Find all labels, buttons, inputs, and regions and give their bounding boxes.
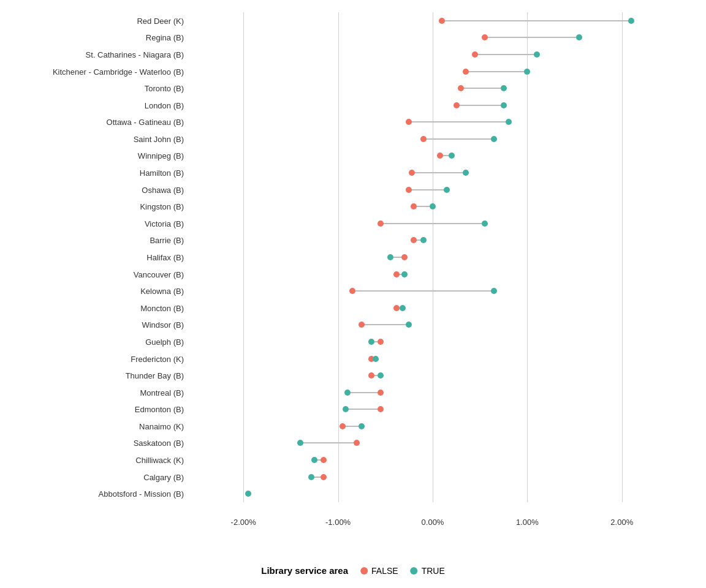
dot-true [628,18,634,24]
y-label: Edmonton (B) [135,405,184,414]
dot-true [463,170,469,176]
dot-row [196,240,669,241]
y-label: Moncton (B) [140,303,184,312]
chart-container: Red Deer (K)Regina (B)St. Catharines - N… [0,0,706,588]
dot-row [196,325,669,325]
dot-row [196,173,669,173]
y-label: Kelowna (B) [140,287,184,296]
legend-true: TRUE [411,566,445,576]
dot-false [393,271,400,277]
dot-row [196,308,669,309]
legend-false-label: FALSE [371,566,398,576]
dot-true [308,474,314,480]
y-label: London (B) [145,100,184,110]
dot-true [420,237,427,243]
y-label: Regina (B) [146,33,184,42]
y-label: Winnipeg (B) [138,151,184,160]
dot-true [482,221,488,227]
dot-true [524,69,530,75]
dot-false [439,18,445,24]
dot-true [373,356,379,362]
dot-false [454,102,460,108]
dot-row [196,494,669,494]
dot-row [196,443,669,443]
connector-line [300,442,357,443]
dot-row [196,291,669,292]
dot-true [491,136,497,142]
dot-row [196,274,669,275]
connector-line [409,121,508,123]
dot-row [196,72,669,72]
dot-row [196,190,669,190]
connector-line [475,54,536,55]
dot-false [482,34,488,40]
connector-line [352,290,495,292]
y-label: Kitchener - Cambridge - Waterloo (B) [53,67,184,76]
y-label: Kingston (B) [140,202,184,211]
y-label: Vancouver (B) [134,270,184,279]
connector-line [409,189,447,190]
y-label: Victoria (B) [145,219,184,228]
y-label: Saint John (B) [134,134,184,143]
connector-line [466,71,527,72]
connector-line [423,138,495,140]
connector-line [457,105,504,106]
connector-line [461,88,503,89]
dot-false [472,51,478,58]
y-label: Guelph (B) [145,337,184,346]
dot-false [411,237,417,243]
dot-false [359,322,365,328]
y-label: Nanaimo (K) [139,421,184,431]
dot-true [368,339,374,345]
dot-row [196,426,669,427]
dot-row [196,393,669,393]
dot-true [406,322,412,328]
dot-true [401,271,408,277]
dot-row [196,224,669,224]
dot-true [387,254,393,260]
x-axis-label: 0.00% [422,518,444,527]
dot-true [501,85,507,91]
dot-false [349,288,355,294]
dot-false [354,440,360,446]
dot-row [196,342,669,342]
dot-true [534,51,540,58]
dot-false [458,85,464,91]
dot-row [196,55,669,55]
dot-row [196,375,669,376]
dot-row [196,122,669,123]
legend-false-dot [360,567,368,575]
y-label: Toronto (B) [145,84,184,93]
dot-true [501,102,507,108]
dot-row [196,257,669,258]
dot-true [297,440,303,446]
y-label: Barrie (B) [150,236,184,245]
dot-false [378,339,384,345]
y-label: Calgary (B) [143,472,184,481]
connector-line [362,324,409,325]
dot-false [321,457,327,463]
dot-true [343,406,349,412]
x-axis-label: -1.00% [325,518,351,527]
connector-line [442,20,631,21]
connector-line [485,37,579,38]
dot-true [245,491,251,497]
dot-false [409,170,415,176]
legend-true-dot [411,567,418,575]
y-label: Thunder Bay (B) [126,371,184,380]
dot-row [196,105,669,106]
dot-row [196,139,669,140]
dot-true [378,372,384,379]
dot-false [411,203,417,209]
dot-false [321,474,327,480]
dot-row [196,206,669,207]
connector-line [381,223,485,224]
dot-true [506,119,512,125]
dot-true [576,34,582,40]
y-label: St. Catharines - Niagara (B) [86,50,184,59]
y-label: Windsor (B) [142,320,184,330]
dot-true [344,390,351,396]
x-axis-label: 1.00% [516,518,539,527]
dot-false [420,136,427,142]
dot-false [406,187,412,193]
